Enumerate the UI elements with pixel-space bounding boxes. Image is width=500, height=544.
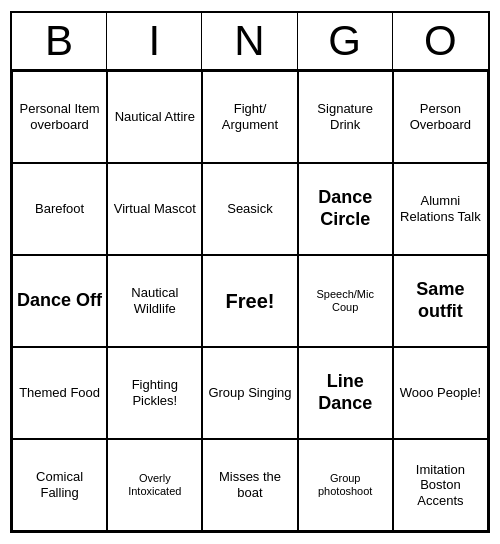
bingo-cell: Group Singing: [202, 347, 297, 439]
bingo-cell: Alumni Relations Talk: [393, 163, 488, 255]
bingo-cell: Free!: [202, 255, 297, 347]
bingo-cell: Misses the boat: [202, 439, 297, 531]
bingo-letter: G: [298, 13, 393, 69]
bingo-cell: Signature Drink: [298, 71, 393, 163]
bingo-cell: Comical Falling: [12, 439, 107, 531]
bingo-cell: Same outfit: [393, 255, 488, 347]
bingo-letter: B: [12, 13, 107, 69]
bingo-cell: Line Dance: [298, 347, 393, 439]
bingo-cell: Fight/ Argument: [202, 71, 297, 163]
bingo-cell: Nautical Wildlife: [107, 255, 202, 347]
bingo-letter: I: [107, 13, 202, 69]
bingo-cell: Barefoot: [12, 163, 107, 255]
bingo-cell: Themed Food: [12, 347, 107, 439]
bingo-header: BINGO: [12, 13, 488, 71]
bingo-cell: Dance Circle: [298, 163, 393, 255]
bingo-cell: Speech/Mic Coup: [298, 255, 393, 347]
bingo-grid: Personal Item overboardNautical AttireFi…: [12, 71, 488, 531]
bingo-cell: Nautical Attire: [107, 71, 202, 163]
bingo-letter: N: [202, 13, 297, 69]
bingo-cell: Virtual Mascot: [107, 163, 202, 255]
bingo-cell: Imitation Boston Accents: [393, 439, 488, 531]
bingo-cell: Overly Intoxicated: [107, 439, 202, 531]
bingo-cell: Person Overboard: [393, 71, 488, 163]
bingo-cell: Personal Item overboard: [12, 71, 107, 163]
bingo-card: BINGO Personal Item overboardNautical At…: [10, 11, 490, 533]
bingo-cell: Seasick: [202, 163, 297, 255]
bingo-cell: Fighting Pickles!: [107, 347, 202, 439]
bingo-cell: Group photoshoot: [298, 439, 393, 531]
bingo-letter: O: [393, 13, 488, 69]
bingo-cell: Dance Off: [12, 255, 107, 347]
bingo-cell: Wooo People!: [393, 347, 488, 439]
